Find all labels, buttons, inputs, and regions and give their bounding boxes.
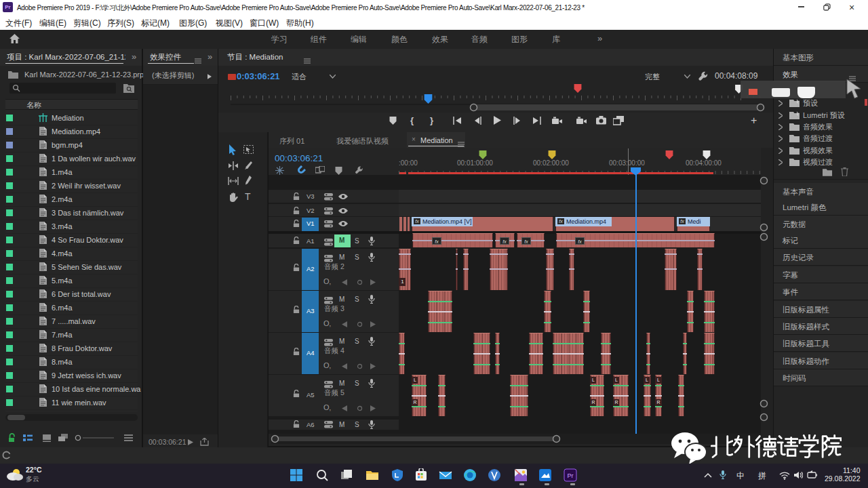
svg-text:Pr: Pr xyxy=(568,472,574,479)
